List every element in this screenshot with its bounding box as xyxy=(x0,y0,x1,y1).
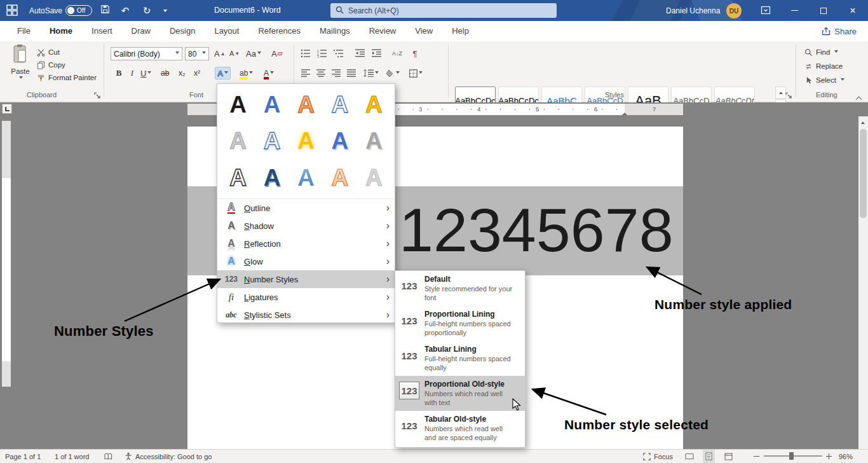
strikethrough-button[interactable]: ab xyxy=(159,67,171,79)
search-box[interactable] xyxy=(330,3,557,18)
text-effect-option-6[interactable]: A xyxy=(221,123,255,159)
align-right-button[interactable] xyxy=(329,67,343,79)
quick-access-toolbar-menu-button[interactable] xyxy=(159,3,170,18)
font-size-select[interactable]: 80 xyxy=(185,47,209,60)
subscript-button[interactable]: x₂ xyxy=(177,67,187,79)
minimize-button[interactable] xyxy=(782,0,807,21)
select-button[interactable]: Select xyxy=(804,74,844,86)
decrease-indent-button[interactable] xyxy=(353,47,367,60)
text-effects-button[interactable]: A xyxy=(215,67,231,79)
menu-item-number-styles[interactable]: 123 Number Styles › xyxy=(217,270,395,288)
share-button[interactable]: Share xyxy=(822,21,857,41)
ribbon-display-options-button[interactable] xyxy=(757,4,774,19)
styles-dialog-launcher[interactable] xyxy=(785,92,792,99)
close-button[interactable]: × xyxy=(840,0,865,21)
format-painter-button[interactable]: Format Painter xyxy=(37,72,97,83)
page-number-status[interactable]: Page 1 of 1 xyxy=(5,450,41,463)
zoom-level-button[interactable]: 96% xyxy=(839,450,853,463)
print-layout-button[interactable] xyxy=(703,450,715,463)
proofing-status[interactable] xyxy=(104,450,112,463)
grow-font-button[interactable]: A▲ xyxy=(212,47,227,60)
tab-references[interactable]: References xyxy=(248,21,309,41)
zoom-slider[interactable] xyxy=(764,450,822,463)
maximize-button[interactable] xyxy=(811,0,836,21)
copy-button[interactable]: Copy xyxy=(37,59,65,71)
multilevel-list-button[interactable] xyxy=(332,47,346,60)
tab-mailings[interactable]: Mailings xyxy=(310,21,360,41)
show-hide-marks-button[interactable]: ¶ xyxy=(408,47,422,60)
menu-item-shadow[interactable]: A Shadow › xyxy=(217,217,395,235)
app-icon[interactable] xyxy=(6,4,18,16)
clipboard-dialog-launcher[interactable] xyxy=(94,92,101,99)
tab-view[interactable]: View xyxy=(405,21,442,41)
tab-insert[interactable]: Insert xyxy=(82,21,122,41)
justify-button[interactable] xyxy=(344,67,358,79)
submenu-item-tabular-old-style[interactable]: 123 Tabular Old-style Numbers which read… xyxy=(395,411,525,446)
font-color-button[interactable]: A xyxy=(262,67,276,79)
word-count-status[interactable]: 1 of 1 word xyxy=(55,450,89,463)
undo-button[interactable]: ↶ xyxy=(117,3,133,18)
text-effect-option-3[interactable]: A xyxy=(289,86,323,123)
increase-indent-button[interactable] xyxy=(370,47,384,60)
accessibility-status[interactable]: Accessibility: Good to go xyxy=(125,450,212,463)
bold-button[interactable]: B xyxy=(112,67,125,79)
submenu-item-proportional-lining[interactable]: 123 Proportional Lining Full-height numb… xyxy=(395,306,525,341)
search-input[interactable] xyxy=(348,6,552,15)
vertical-scrollbar[interactable] xyxy=(858,116,868,449)
numbering-button[interactable]: 123 xyxy=(315,47,329,60)
underline-button[interactable]: U xyxy=(139,67,153,79)
borders-button[interactable] xyxy=(407,67,424,79)
change-case-button[interactable]: Aa xyxy=(244,47,263,60)
text-effect-option-12[interactable]: A xyxy=(255,160,288,196)
line-spacing-button[interactable] xyxy=(362,67,380,79)
read-mode-button[interactable] xyxy=(685,450,694,463)
menu-item-reflection[interactable]: A Reflection › xyxy=(217,235,395,252)
shading-button[interactable] xyxy=(384,67,402,79)
tab-draw[interactable]: Draw xyxy=(122,21,160,41)
redo-button[interactable]: ↻ xyxy=(139,3,155,18)
replace-button[interactable]: Replace xyxy=(804,60,843,72)
menu-item-stylistic-sets[interactable]: abc Stylistic Sets › xyxy=(217,306,395,324)
tab-home[interactable]: Home xyxy=(40,21,82,41)
align-center-button[interactable] xyxy=(314,67,328,79)
submenu-item-default[interactable]: 123 Default Style recommended for your f… xyxy=(395,271,525,306)
text-effect-option-10[interactable]: A xyxy=(357,123,391,159)
superscript-button[interactable]: x² xyxy=(192,67,202,79)
focus-mode-button[interactable]: Focus xyxy=(643,450,673,463)
styles-scroll-up-button[interactable] xyxy=(775,86,786,99)
menu-item-outline[interactable]: A Outline › xyxy=(217,199,395,217)
clear-formatting-button[interactable]: A xyxy=(269,47,284,60)
submenu-item-tabular-lining[interactable]: 123 Tabular Lining Full-height numbers s… xyxy=(395,341,525,376)
highlight-color-button[interactable]: ab xyxy=(238,67,255,79)
italic-button[interactable]: I xyxy=(126,67,138,79)
find-button[interactable]: Find xyxy=(804,46,838,58)
scrollbar-thumb[interactable] xyxy=(860,129,867,218)
bullets-button[interactable] xyxy=(299,47,313,60)
font-name-select[interactable]: Calibri (Body) xyxy=(111,47,182,60)
save-button[interactable] xyxy=(97,3,113,18)
text-effect-option-5[interactable]: A xyxy=(357,86,391,123)
text-effect-option-11[interactable]: A xyxy=(221,160,255,196)
tab-stop-selector[interactable] xyxy=(2,104,12,114)
align-left-button[interactable] xyxy=(299,67,313,79)
text-effect-option-1[interactable]: A xyxy=(221,86,255,123)
document-selected-text[interactable]: 12345678 xyxy=(399,186,674,274)
tab-file[interactable]: File xyxy=(8,21,40,41)
tab-layout[interactable]: Layout xyxy=(205,21,248,41)
zoom-in-button[interactable] xyxy=(826,450,832,463)
sort-button[interactable]: A↓Z xyxy=(390,47,404,60)
tab-help[interactable]: Help xyxy=(442,21,478,41)
zoom-out-button[interactable] xyxy=(754,450,759,463)
tab-design[interactable]: Design xyxy=(160,21,205,41)
text-effect-option-8[interactable]: A xyxy=(289,123,323,159)
user-name[interactable]: Daniel Uchenna xyxy=(666,6,720,15)
text-effect-option-9[interactable]: A xyxy=(323,123,356,159)
user-avatar[interactable]: DU xyxy=(726,3,742,18)
text-effect-option-2[interactable]: A xyxy=(255,86,288,123)
scroll-up-arrow-icon[interactable] xyxy=(861,120,865,124)
text-effect-option-13[interactable]: A xyxy=(289,160,323,196)
autosave-toggle[interactable]: Off xyxy=(65,5,92,16)
cut-button[interactable]: Cut xyxy=(37,46,60,58)
web-layout-button[interactable] xyxy=(724,450,733,463)
paste-button[interactable]: Paste xyxy=(5,44,36,87)
